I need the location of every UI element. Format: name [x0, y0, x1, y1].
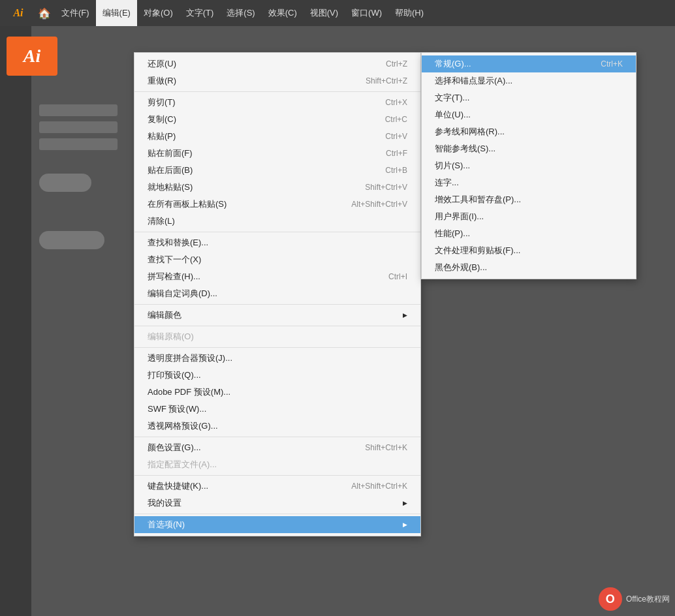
menu-view[interactable]: 视图(V)	[304, 0, 345, 26]
menu-adobepdf[interactable]: Adobe PDF 预设(M)...	[134, 384, 420, 401]
menu-findnext[interactable]: 查找下一个(X)	[134, 251, 420, 268]
sidebar-toggle-2	[39, 231, 104, 249]
sep-3	[134, 304, 420, 305]
menu-undo[interactable]: 还原(U) Ctrl+Z	[134, 55, 420, 72]
pref-blackappearance[interactable]: 黑色外观(B)...	[422, 259, 636, 276]
pref-performance[interactable]: 性能(P)...	[422, 225, 636, 242]
menu-paste-allboards[interactable]: 在所有画板上粘贴(S) Alt+Shift+Ctrl+V	[134, 196, 420, 213]
sidebar-rect-1	[39, 104, 118, 116]
menu-findreplace[interactable]: 查找和替换(E)...	[134, 234, 420, 251]
menu-object[interactable]: 对象(O)	[137, 0, 180, 26]
sep-1	[134, 91, 420, 92]
menu-clear[interactable]: 清除(L)	[134, 213, 420, 230]
sidebar-tools	[39, 104, 118, 249]
menu-preferences[interactable]: 首选项(N)	[134, 516, 420, 533]
menu-printpresets[interactable]: 打印预设(Q)...	[134, 367, 420, 384]
menu-paste[interactable]: 粘贴(P) Ctrl+V	[134, 128, 420, 145]
menu-editcolors[interactable]: 编辑颜色	[134, 307, 420, 324]
pref-guidegrid[interactable]: 参考线和网格(R)...	[422, 123, 636, 140]
sidebar-toggle-1	[39, 174, 91, 192]
menu-keyboard[interactable]: 键盘快捷键(K)... Alt+Shift+Ctrl+K	[134, 478, 420, 495]
menu-select[interactable]: 选择(S)	[220, 0, 261, 26]
pref-text[interactable]: 文字(T)...	[422, 89, 636, 106]
sep-7	[134, 475, 420, 476]
sep-6	[134, 437, 420, 437]
ai-logo-large: Ai	[7, 37, 57, 76]
pref-units[interactable]: 单位(U)...	[422, 106, 636, 123]
menu-help[interactable]: 帮助(H)	[388, 0, 430, 26]
menu-mysettings[interactable]: 我的设置	[134, 495, 420, 512]
edit-menu: 还原(U) Ctrl+Z 重做(R) Shift+Ctrl+Z 剪切(T) Ct…	[134, 52, 421, 536]
sidebar-rect-2	[39, 121, 118, 133]
menu-colorsettings[interactable]: 颜色设置(G)... Shift+Ctrl+K	[134, 439, 420, 456]
menu-effect[interactable]: 效果(C)	[262, 0, 304, 26]
menu-editoriginal[interactable]: 编辑原稿(O)	[134, 328, 420, 345]
pref-smartguides[interactable]: 智能参考线(S)...	[422, 140, 636, 157]
menu-paste-back[interactable]: 贴在后面(B) Ctrl+B	[134, 162, 420, 179]
watermark: O Office教程网	[599, 587, 670, 611]
pref-selectionanchor[interactable]: 选择和锚点显示(A)...	[422, 72, 636, 89]
menu-perspective[interactable]: 透视网格预设(G)...	[134, 418, 420, 435]
pref-userinterface[interactable]: 用户界面(I)...	[422, 208, 636, 225]
pref-hyphenation[interactable]: 连字...	[422, 174, 636, 191]
sidebar-rect-3	[39, 138, 118, 150]
menu-copy[interactable]: 复制(C) Ctrl+C	[134, 111, 420, 128]
watermark-text: Office教程网	[626, 594, 670, 605]
sep-4	[134, 326, 420, 326]
menu-paste-front[interactable]: 贴在前面(F) Ctrl+F	[134, 145, 420, 162]
menu-text[interactable]: 文字(T)	[180, 0, 221, 26]
left-sidebar	[0, 26, 31, 616]
pref-filehandling[interactable]: 文件处理和剪贴板(F)...	[422, 242, 636, 259]
menu-window[interactable]: 窗口(W)	[345, 0, 388, 26]
sep-2	[134, 232, 420, 232]
preferences-submenu: 常规(G)... Ctrl+K 选择和锚点显示(A)... 文字(T)... 单…	[421, 52, 636, 279]
menu-transparency[interactable]: 透明度拼合器预设(J)...	[134, 350, 420, 367]
menu-customdict[interactable]: 编辑自定词典(D)...	[134, 285, 420, 302]
menu-paste-inplace[interactable]: 就地粘贴(S) Shift+Ctrl+V	[134, 179, 420, 196]
menubar: Ai 🏠 文件(F) 编辑(E) 对象(O) 文字(T) 选择(S) 效果(C)…	[0, 0, 675, 26]
sep-8	[134, 514, 420, 514]
pref-pluginsscratch[interactable]: 增效工具和暂存盘(P)...	[422, 191, 636, 208]
menu-edit[interactable]: 编辑(E)	[96, 0, 137, 26]
menu-file[interactable]: 文件(F)	[55, 0, 96, 26]
menu-cut[interactable]: 剪切(T) Ctrl+X	[134, 94, 420, 111]
menu-redo[interactable]: 重做(R) Shift+Ctrl+Z	[134, 72, 420, 89]
sep-5	[134, 347, 420, 348]
watermark-icon: O	[599, 587, 622, 611]
home-icon[interactable]: 🏠	[34, 3, 55, 23]
menu-spellcheck[interactable]: 拼写检查(H)... Ctrl+I	[134, 268, 420, 285]
menu-assignprofile[interactable]: 指定配置文件(A)...	[134, 456, 420, 473]
pref-general[interactable]: 常规(G)... Ctrl+K	[422, 55, 636, 72]
menu-swf[interactable]: SWF 预设(W)...	[134, 401, 420, 418]
app-logo-text: Ai	[13, 7, 23, 19]
main-area: Ai 还原(U) Ctrl+Z 重做(R) Shift+Ctrl+Z 剪切(T)…	[0, 26, 675, 616]
pref-slices[interactable]: 切片(S)...	[422, 157, 636, 174]
app-logo: Ai	[5, 0, 31, 26]
